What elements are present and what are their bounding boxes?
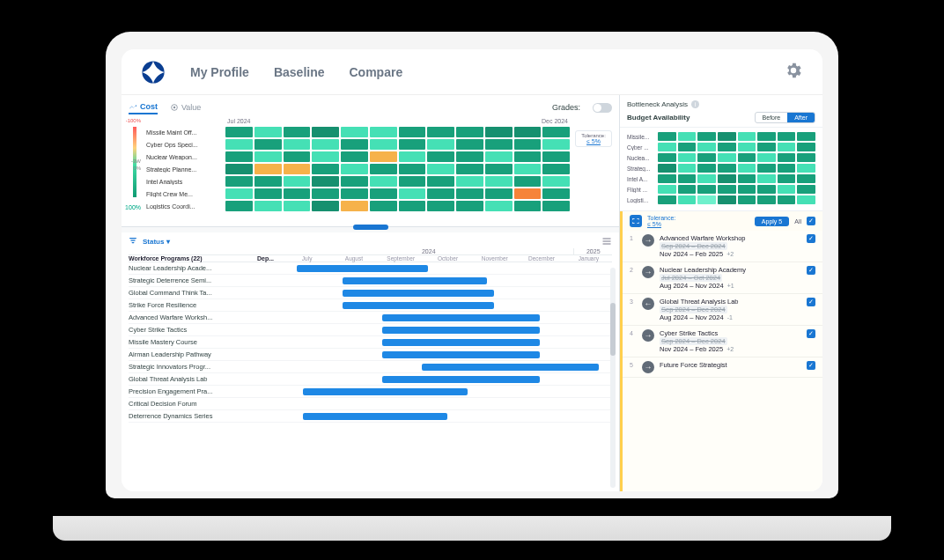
mini-heatmap-cell[interactable] xyxy=(778,153,796,162)
heatmap-cell[interactable] xyxy=(427,139,454,150)
heatmap-cell[interactable] xyxy=(370,176,397,187)
rec-checkbox[interactable]: ✓ xyxy=(807,234,815,243)
mini-heatmap-cell[interactable] xyxy=(697,195,716,204)
mini-heatmap-cell[interactable] xyxy=(658,143,676,151)
mini-heatmap-cell[interactable] xyxy=(697,185,716,194)
mini-heatmap-cell[interactable] xyxy=(718,132,736,141)
heatmap-cell[interactable] xyxy=(427,188,454,199)
heatmap-cell[interactable] xyxy=(312,139,339,150)
recommendation-item[interactable]: 3←Global Threat Analysis LabSep 2024 – D… xyxy=(623,294,822,326)
mini-heatmap-cell[interactable] xyxy=(797,164,815,173)
all-checkbox[interactable]: ✓ xyxy=(807,217,815,225)
heatmap-cell[interactable] xyxy=(427,176,454,187)
mini-heatmap-cell[interactable] xyxy=(658,185,676,194)
heatmap-cell[interactable] xyxy=(341,176,368,187)
mini-heatmap-cell[interactable] xyxy=(797,153,815,162)
heatmap-cell[interactable] xyxy=(399,188,426,199)
heatmap-cell[interactable] xyxy=(399,164,426,174)
heatmap-cell[interactable] xyxy=(514,188,542,199)
mini-heatmap-cell[interactable] xyxy=(738,174,756,183)
mini-heatmap-cell[interactable] xyxy=(658,174,676,183)
status-filter-icon[interactable] xyxy=(129,236,137,247)
tab-value[interactable]: Value xyxy=(170,101,201,114)
mini-heatmap-cell[interactable] xyxy=(678,174,697,183)
heatmap-cell[interactable] xyxy=(225,139,253,150)
heatmap-cell[interactable] xyxy=(284,151,311,162)
heatmap-cell[interactable] xyxy=(284,188,311,199)
mini-heatmap-cell[interactable] xyxy=(757,132,776,141)
gantt-bar[interactable] xyxy=(343,302,494,309)
recommendation-item[interactable]: 4→Cyber Strike TacticsSep 2024 – Dec 202… xyxy=(623,326,822,357)
heatmap-cell[interactable] xyxy=(514,151,542,162)
heatmap-cell[interactable] xyxy=(485,176,513,187)
heatmap-cell[interactable] xyxy=(485,139,513,150)
gantt-bar[interactable] xyxy=(422,364,599,371)
mini-heatmap-cell[interactable] xyxy=(797,132,815,141)
rec-checkbox[interactable]: ✓ xyxy=(807,361,815,370)
mini-heatmap-cell[interactable] xyxy=(738,143,756,151)
mini-heatmap-cell[interactable] xyxy=(678,195,697,204)
mini-heatmap-cell[interactable] xyxy=(797,185,815,194)
heatmap-cell[interactable] xyxy=(284,127,311,137)
mini-heatmap-cell[interactable] xyxy=(757,164,776,173)
before-after-segment[interactable]: Before After xyxy=(755,112,815,123)
heatmap-cell[interactable] xyxy=(542,139,570,150)
heatmap-cell[interactable] xyxy=(485,164,513,174)
panel-resize-handle[interactable] xyxy=(353,225,388,230)
gantt-bar[interactable] xyxy=(303,388,468,395)
heatmap-cell[interactable] xyxy=(456,151,483,162)
info-icon[interactable]: i xyxy=(691,100,699,108)
heatmap-cell[interactable] xyxy=(312,151,339,162)
heatmap-cell[interactable] xyxy=(514,201,542,211)
heatmap-cell[interactable] xyxy=(485,151,513,162)
mini-heatmap-cell[interactable] xyxy=(797,143,815,151)
heatmap-cell[interactable] xyxy=(284,201,311,211)
heatmap-cell[interactable] xyxy=(225,188,253,199)
mini-heatmap-cell[interactable] xyxy=(658,195,676,204)
heatmap-cell[interactable] xyxy=(427,164,454,174)
mini-heatmap-cell[interactable] xyxy=(718,174,736,183)
heatmap-cell[interactable] xyxy=(542,201,570,211)
heatmap-cell[interactable] xyxy=(427,127,454,137)
gantt-menu-icon[interactable] xyxy=(601,236,612,248)
heatmap-cell[interactable] xyxy=(399,139,426,150)
heatmap-cell[interactable] xyxy=(542,188,570,199)
heatmap-cell[interactable] xyxy=(225,164,253,174)
gantt-bar[interactable] xyxy=(343,277,487,284)
mini-heatmap-cell[interactable] xyxy=(697,132,716,141)
seg-after[interactable]: After xyxy=(787,113,815,122)
mini-heatmap-cell[interactable] xyxy=(658,132,676,141)
status-dropdown[interactable]: Status ▾ xyxy=(143,238,170,246)
heatmap-cell[interactable] xyxy=(427,151,454,162)
heatmap-cell[interactable] xyxy=(312,176,339,187)
mini-heatmap-cell[interactable] xyxy=(757,153,776,162)
heatmap-cell[interactable] xyxy=(370,151,397,162)
mini-heatmap-cell[interactable] xyxy=(678,132,697,141)
mini-heatmap-cell[interactable] xyxy=(778,174,796,183)
heatmap-cell[interactable] xyxy=(456,188,483,199)
heatmap-cell[interactable] xyxy=(542,164,570,174)
recommendation-item[interactable]: 5→Future Force Strategist✓ xyxy=(623,357,822,378)
mini-heatmap-cell[interactable] xyxy=(778,195,796,204)
recommendation-item[interactable]: 1→Advanced Warfare WorkshopSep 2024 – De… xyxy=(623,231,822,262)
heatmap-cell[interactable] xyxy=(254,201,282,211)
gantt-bar[interactable] xyxy=(382,376,540,383)
nav-compare[interactable]: Compare xyxy=(350,65,403,79)
heatmap-cell[interactable] xyxy=(225,151,253,162)
mini-heatmap-cell[interactable] xyxy=(778,185,796,194)
heatmap-cell[interactable] xyxy=(514,127,542,137)
mini-heatmap-cell[interactable] xyxy=(738,164,756,173)
heatmap-cell[interactable] xyxy=(427,201,454,211)
mini-heatmap-cell[interactable] xyxy=(697,174,716,183)
mini-heatmap-cell[interactable] xyxy=(678,143,697,151)
mini-heatmap-cell[interactable] xyxy=(697,164,716,173)
mini-heatmap-cell[interactable] xyxy=(718,195,736,204)
heatmap-cell[interactable] xyxy=(399,151,426,162)
nav-baseline[interactable]: Baseline xyxy=(274,65,325,79)
heatmap-cell[interactable] xyxy=(225,176,253,187)
mini-heatmap-cell[interactable] xyxy=(738,153,756,162)
mini-heatmap-cell[interactable] xyxy=(757,174,776,183)
heatmap-cell[interactable] xyxy=(370,164,397,174)
heatmap-cell[interactable] xyxy=(225,201,253,211)
seg-before[interactable]: Before xyxy=(756,113,788,122)
